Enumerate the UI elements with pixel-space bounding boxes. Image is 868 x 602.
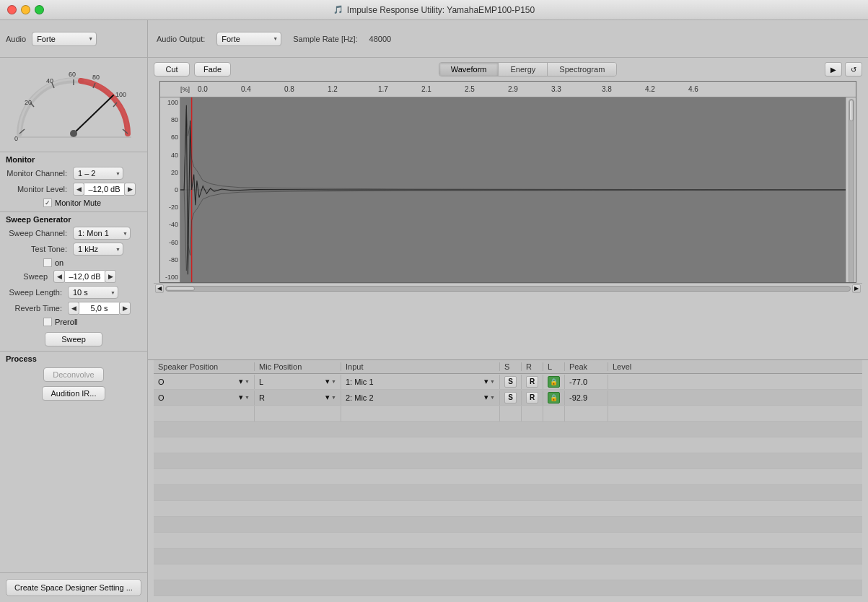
- td-s-0[interactable]: S: [500, 375, 522, 389]
- monitor-level-stepper[interactable]: ◀ –12,0 dB ▶: [73, 183, 136, 196]
- loop-button[interactable]: ↺: [845, 62, 862, 77]
- db-40: 40: [162, 152, 178, 159]
- s-button-1[interactable]: S: [504, 392, 517, 403]
- td-peak-0: -77.0: [565, 375, 608, 389]
- sweep-level-stepper[interactable]: ◀ –12,0 dB ▶: [53, 270, 116, 283]
- speaker-position-dropdown-1[interactable]: ▾: [239, 393, 250, 402]
- td-r-0[interactable]: R: [522, 375, 543, 389]
- test-tone-label: Test Tone:: [6, 245, 67, 253]
- reverb-time-decrease[interactable]: ◀: [68, 302, 79, 315]
- audio-output-bar: Audio Output: Forte Sample Rate [Hz]: 48…: [148, 20, 868, 58]
- scroll-right-button[interactable]: ▶: [852, 284, 861, 293]
- r-button-0[interactable]: R: [526, 376, 538, 388]
- td-mic-1: R ▾: [255, 391, 341, 405]
- empty-row: [154, 469, 862, 485]
- waveform-controls-bar: Cut Fade Waveform Energy Spectrogram ▶ ↺: [148, 58, 868, 81]
- window-title: Impulse Response Utility: YamahaEMP100-P…: [347, 5, 535, 15]
- lock-button-0[interactable]: 🔒: [548, 376, 560, 388]
- ruler-25: 2.5: [465, 85, 475, 93]
- sweep-channel-label: Sweep Channel:: [6, 229, 67, 237]
- energy-tab[interactable]: Energy: [499, 63, 548, 76]
- speaker-position-dropdown-0[interactable]: ▾: [239, 377, 250, 386]
- scrollbar-track: [165, 286, 851, 292]
- spectrogram-tab[interactable]: Spectrogram: [548, 63, 616, 76]
- v-scrollbar-track: [849, 99, 854, 283]
- deconvolve-button[interactable]: Deconvolve: [43, 367, 103, 382]
- audition-ir-button[interactable]: Audition IR...: [42, 386, 106, 401]
- on-checkbox[interactable]: [43, 258, 52, 267]
- ruler-38: 3.8: [602, 85, 612, 93]
- close-button[interactable]: [7, 5, 17, 14]
- td-lock-1[interactable]: 🔒: [543, 391, 565, 405]
- lock-button-1[interactable]: 🔒: [548, 392, 560, 403]
- sweep-level-value: –12,0 dB: [65, 270, 105, 283]
- monitor-channel-dropdown[interactable]: 1 – 2: [73, 167, 123, 180]
- table-row: O ▾ R ▾ 2: Mic 2 ▾ S R 🔒: [154, 390, 862, 406]
- waveform-tab[interactable]: Waveform: [439, 63, 499, 76]
- sweep-channel-row: Sweep Channel: 1: Mon 1: [0, 225, 147, 241]
- mic-position-dropdown-0[interactable]: ▾: [325, 377, 336, 386]
- empty-row: [154, 549, 862, 564]
- svg-point-14: [70, 130, 77, 137]
- th-s: S: [500, 362, 522, 371]
- svg-text:60: 60: [69, 71, 76, 78]
- sweep-length-dropdown[interactable]: 10 s: [68, 286, 118, 299]
- monitor-mute-checkbox[interactable]: [43, 199, 52, 207]
- svg-text:100: 100: [115, 91, 126, 98]
- sweep-channel-dropdown[interactable]: 1: Mon 1: [73, 227, 131, 240]
- empty-row: [154, 437, 862, 453]
- preroll-checkbox[interactable]: [43, 318, 52, 326]
- monitor-mute-row: Monitor Mute: [0, 197, 147, 209]
- preroll-row: Preroll: [0, 316, 147, 328]
- play-button[interactable]: ▶: [825, 62, 842, 77]
- audio-dropdown[interactable]: Forte: [32, 32, 97, 46]
- sweep-level-row: Sweep ◀ –12,0 dB ▶: [0, 269, 147, 284]
- td-speaker-0: O ▾: [154, 375, 255, 389]
- scrollbar-thumb[interactable]: [166, 287, 195, 291]
- monitor-level-decrease[interactable]: ◀: [73, 183, 84, 196]
- td-s-1[interactable]: S: [500, 391, 522, 405]
- cut-fade-buttons: Cut Fade: [154, 62, 231, 77]
- th-speaker-position: Speaker Position: [154, 362, 255, 371]
- empty-row: [154, 453, 862, 469]
- audio-output-dropdown[interactable]: Forte: [216, 32, 281, 46]
- s-button-0[interactable]: S: [504, 376, 517, 388]
- test-tone-dropdown[interactable]: 1 kHz: [73, 243, 123, 256]
- minimize-button[interactable]: [21, 5, 30, 14]
- h-scrollbar[interactable]: ◀ ▶: [154, 283, 862, 293]
- scroll-left-button[interactable]: ◀: [155, 284, 164, 293]
- input-dropdown-1[interactable]: ▾: [484, 393, 495, 402]
- sweep-length-row: Sweep Length: 10 s: [0, 284, 147, 300]
- create-space-designer-button[interactable]: Create Space Designer Setting ...: [6, 579, 141, 596]
- sweep-level-decrease[interactable]: ◀: [53, 270, 65, 283]
- monitor-channel-label: Monitor Channel:: [6, 169, 67, 178]
- v-scrollbar[interactable]: [846, 97, 856, 282]
- sweep-level-increase[interactable]: ▶: [105, 270, 116, 283]
- table-section: Speaker Position Mic Position Input S R …: [148, 359, 868, 602]
- ruler-04: 0.4: [241, 85, 251, 93]
- ruler-08: 0.8: [284, 85, 294, 93]
- empty-row: [154, 580, 862, 596]
- monitor-level-increase[interactable]: ▶: [124, 183, 136, 196]
- td-r-1[interactable]: R: [522, 391, 543, 405]
- input-dropdown-0[interactable]: ▾: [484, 377, 495, 386]
- td-lock-0[interactable]: 🔒: [543, 375, 565, 389]
- right-panel: Audio Output: Forte Sample Rate [Hz]: 48…: [148, 20, 868, 602]
- sweep-button[interactable]: Sweep: [45, 332, 102, 346]
- cut-button[interactable]: Cut: [154, 62, 190, 77]
- mic-position-dropdown-1[interactable]: ▾: [325, 393, 336, 402]
- fade-button[interactable]: Fade: [194, 62, 231, 77]
- main-layout: Audio Forte: [0, 20, 868, 602]
- reverb-time-increase[interactable]: ▶: [119, 302, 131, 315]
- r-button-1[interactable]: R: [526, 392, 538, 403]
- maximize-button[interactable]: [35, 5, 44, 14]
- th-mic-position: Mic Position: [255, 362, 341, 371]
- reverb-time-value: 5,0 s: [79, 302, 119, 315]
- audio-output-label: Audio Output:: [157, 35, 205, 43]
- sweep-btn-container: Sweep: [0, 328, 147, 351]
- v-scrollbar-thumb[interactable]: [849, 100, 854, 121]
- db-m60: -60: [162, 239, 178, 246]
- window-controls[interactable]: [7, 5, 44, 14]
- db-m80: -80: [162, 256, 178, 263]
- reverb-time-stepper[interactable]: ◀ 5,0 s ▶: [68, 302, 131, 315]
